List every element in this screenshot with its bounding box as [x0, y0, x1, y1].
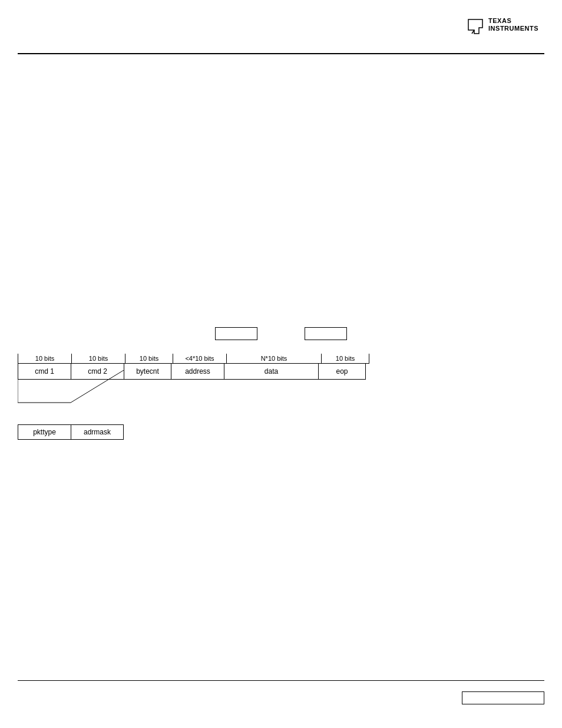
page: TEXAS INSTRUMENTS 10 bits 10 bits 10 bit…	[0, 0, 562, 728]
field-bytecnt: bytecnt	[124, 364, 171, 380]
ti-logo-icon	[466, 17, 485, 36]
sub-field-adrmask: adrmask	[71, 424, 124, 440]
bits-cmd1: 10 bits	[18, 354, 71, 363]
sub-fields-row: pkttype adrmask	[18, 424, 124, 440]
header-rule	[18, 53, 544, 54]
packet-diagram: 10 bits 10 bits 10 bits <4*10 bits N*10 …	[0, 354, 562, 380]
field-cmd1: cmd 1	[18, 364, 71, 380]
header: TEXAS INSTRUMENTS	[0, 0, 562, 53]
ti-brand: TEXAS INSTRUMENTS	[466, 17, 538, 36]
bits-row: 10 bits 10 bits 10 bits <4*10 bits N*10 …	[18, 354, 369, 363]
fields-row: cmd 1 cmd 2 bytecnt address data eop	[18, 363, 369, 380]
footer-rule	[18, 680, 544, 681]
ti-logo: TEXAS INSTRUMENTS	[466, 17, 538, 36]
brand-line1: TEXAS	[488, 17, 538, 25]
top-rect-left	[215, 327, 257, 340]
sub-field-pkttype: pkttype	[18, 424, 71, 440]
footer-box	[462, 691, 544, 704]
brand-line2: INSTRUMENTS	[488, 25, 538, 32]
bits-bytecnt: 10 bits	[125, 354, 173, 363]
field-cmd2: cmd 2	[71, 364, 124, 380]
sep-6	[369, 354, 369, 363]
bits-cmd2: 10 bits	[72, 354, 125, 363]
brand-text: TEXAS INSTRUMENTS	[488, 17, 538, 32]
bits-addr: <4*10 bits	[173, 354, 226, 363]
field-eop: eop	[319, 364, 366, 380]
field-address: address	[171, 364, 224, 380]
top-rect-right	[305, 327, 347, 340]
top-rects-container	[0, 327, 562, 340]
packet-diagram-inner: 10 bits 10 bits 10 bits <4*10 bits N*10 …	[18, 354, 369, 380]
bits-eop: 10 bits	[322, 354, 369, 363]
field-data: data	[224, 364, 319, 380]
bits-data: N*10 bits	[227, 354, 321, 363]
